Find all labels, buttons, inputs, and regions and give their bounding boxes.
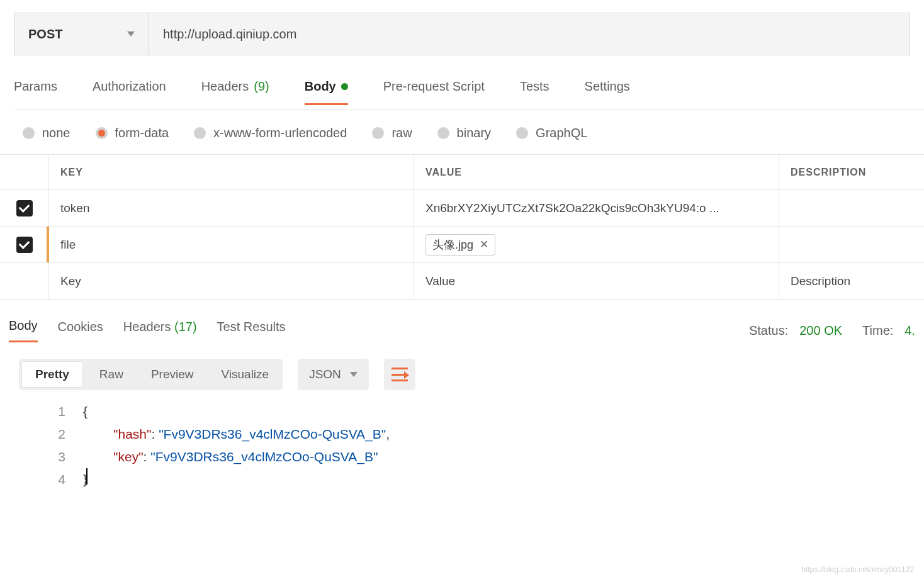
url-input[interactable]: http://upload.qiniup.com bbox=[149, 13, 910, 55]
radio-icon bbox=[96, 127, 108, 139]
radio-binary[interactable]: binary bbox=[437, 126, 491, 140]
radio-icon bbox=[23, 127, 35, 139]
file-chip[interactable]: 头像.jpg ✕ bbox=[425, 234, 495, 256]
table-row-new: Key Value Description bbox=[0, 263, 924, 300]
body-type-row: none form-data x-www-form-urlencoded raw… bbox=[23, 126, 924, 154]
tab-tests[interactable]: Tests bbox=[520, 79, 549, 105]
row-desc[interactable] bbox=[779, 227, 924, 262]
radio-xwww[interactable]: x-www-form-urlencoded bbox=[194, 126, 347, 140]
resp-tab-cookies[interactable]: Cookies bbox=[58, 320, 103, 342]
table-row: token Xn6brXY2XiyUTCzXt7Sk2Oa22kQcis9cOh… bbox=[0, 190, 924, 227]
tab-authorization[interactable]: Authorization bbox=[93, 79, 166, 105]
response-body[interactable]: 1{ 2"hash": "Fv9V3DRs36_v4clMzCOo-QuSVA_… bbox=[33, 400, 924, 491]
head-key: KEY bbox=[49, 155, 414, 189]
row-marker bbox=[47, 227, 49, 262]
view-visualize[interactable]: Visualize bbox=[207, 368, 283, 381]
view-preview[interactable]: Preview bbox=[137, 368, 208, 381]
row-value[interactable]: Xn6brXY2XiyUTCzXt7Sk2Oa22kQcis9cOh3kYU94… bbox=[414, 190, 779, 226]
table-row: file 头像.jpg ✕ bbox=[0, 227, 924, 263]
line-number: 1 bbox=[33, 400, 83, 423]
row-checkbox[interactable] bbox=[16, 200, 33, 216]
wrap-icon bbox=[392, 368, 408, 381]
row-desc[interactable] bbox=[779, 190, 924, 226]
row-value-file[interactable]: 头像.jpg ✕ bbox=[414, 227, 779, 262]
chevron-down-icon bbox=[350, 372, 358, 377]
radio-icon bbox=[372, 127, 384, 139]
file-chip-name: 头像.jpg bbox=[432, 237, 473, 252]
line-number: 4 bbox=[33, 468, 83, 491]
tab-headers-label: Headers bbox=[201, 79, 249, 94]
url-text: http://upload.qiniup.com bbox=[163, 27, 296, 42]
row-key[interactable]: token bbox=[49, 190, 414, 226]
modified-dot-icon bbox=[341, 83, 348, 90]
tab-params[interactable]: Params bbox=[14, 79, 57, 105]
line-number: 2 bbox=[33, 423, 83, 446]
format-label: JSON bbox=[309, 368, 341, 381]
tab-prerequest[interactable]: Pre-request Script bbox=[383, 79, 485, 105]
close-icon[interactable]: ✕ bbox=[480, 238, 488, 251]
view-pretty[interactable]: Pretty bbox=[21, 361, 83, 388]
response-view-row: Pretty Raw Preview Visualize JSON bbox=[19, 359, 924, 390]
tab-settings[interactable]: Settings bbox=[585, 79, 630, 105]
resp-headers-count: (17) bbox=[174, 320, 197, 334]
wrap-button[interactable] bbox=[384, 359, 415, 390]
radio-icon bbox=[516, 127, 528, 139]
view-raw[interactable]: Raw bbox=[86, 368, 137, 381]
response-tabs: Body Cookies Headers (17) Test Results S… bbox=[9, 318, 915, 342]
text-cursor bbox=[86, 468, 87, 485]
request-bar: POST http://upload.qiniup.com bbox=[14, 13, 910, 55]
resp-tab-tests[interactable]: Test Results bbox=[217, 320, 286, 342]
resp-tab-body[interactable]: Body bbox=[9, 318, 38, 342]
new-desc-input[interactable]: Description bbox=[779, 263, 924, 299]
headers-count: (9) bbox=[254, 79, 269, 94]
radio-icon bbox=[437, 127, 449, 139]
radio-raw[interactable]: raw bbox=[372, 126, 412, 140]
resp-tab-headers[interactable]: Headers (17) bbox=[123, 320, 197, 342]
chevron-down-icon bbox=[127, 31, 135, 37]
radio-icon bbox=[194, 127, 206, 139]
tab-body-label: Body bbox=[305, 79, 336, 94]
radio-none[interactable]: none bbox=[23, 126, 70, 140]
head-desc: DESCRIPTION bbox=[779, 155, 924, 189]
view-segmented: Pretty Raw Preview Visualize bbox=[19, 359, 283, 390]
time-label: Time: bbox=[862, 323, 893, 338]
form-data-table: KEY VALUE DESCRIPTION token Xn6brXY2XiyU… bbox=[0, 154, 924, 300]
row-checkbox[interactable] bbox=[16, 237, 33, 253]
tab-body[interactable]: Body bbox=[305, 79, 348, 105]
head-value: VALUE bbox=[414, 155, 779, 189]
row-key[interactable]: file bbox=[49, 227, 414, 262]
new-key-input[interactable]: Key bbox=[49, 263, 414, 299]
format-select[interactable]: JSON bbox=[298, 359, 369, 390]
method-select[interactable]: POST bbox=[14, 13, 149, 55]
request-tabs: Params Authorization Headers (9) Body Pr… bbox=[14, 76, 924, 110]
new-value-input[interactable]: Value bbox=[414, 263, 779, 299]
method-label: POST bbox=[28, 27, 62, 42]
status-value: 200 OK bbox=[799, 323, 842, 338]
status-label: Status: bbox=[749, 323, 788, 338]
radio-graphql[interactable]: GraphQL bbox=[516, 126, 587, 140]
table-header: KEY VALUE DESCRIPTION bbox=[0, 155, 924, 190]
radio-formdata[interactable]: form-data bbox=[96, 126, 169, 140]
time-value: 4. bbox=[904, 323, 915, 338]
line-number: 3 bbox=[33, 446, 83, 468]
tab-headers[interactable]: Headers (9) bbox=[201, 79, 269, 105]
